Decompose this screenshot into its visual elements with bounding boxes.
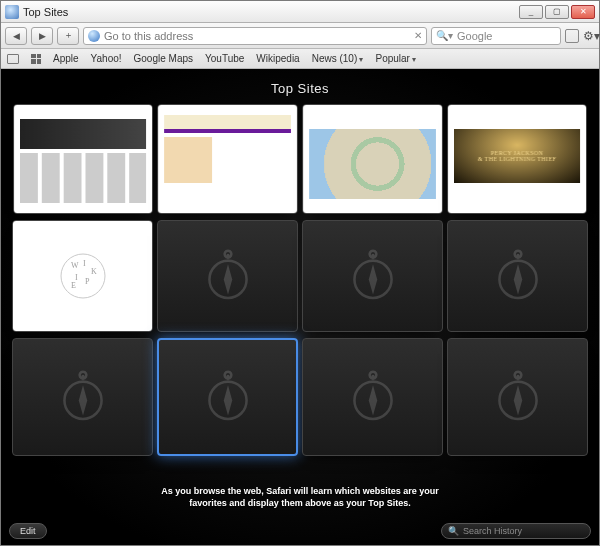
svg-text:P: P bbox=[85, 277, 90, 286]
maximize-button[interactable]: ▢ bbox=[545, 5, 569, 19]
page-title: Top Sites bbox=[1, 69, 599, 104]
bookmark-news[interactable]: News (10) bbox=[312, 53, 364, 64]
topsites-footer: Edit 🔍 Search History bbox=[1, 523, 599, 539]
book-icon bbox=[7, 54, 19, 64]
stop-reload-button[interactable]: ✕ bbox=[414, 30, 422, 41]
tile-apple[interactable] bbox=[13, 104, 153, 214]
tile-empty-3[interactable] bbox=[447, 220, 588, 332]
close-button[interactable]: ✕ bbox=[571, 5, 595, 19]
compass-icon bbox=[201, 249, 255, 303]
tile-empty-7[interactable] bbox=[447, 338, 588, 456]
tile-empty-5-selected[interactable] bbox=[157, 338, 298, 456]
history-search-field[interactable]: 🔍 Search History bbox=[441, 523, 591, 539]
compass-icon bbox=[56, 370, 110, 424]
compass-icon bbox=[491, 249, 545, 303]
thumb-yahoo bbox=[158, 105, 297, 213]
compass-icon bbox=[346, 370, 400, 424]
window-title: Top Sites bbox=[23, 6, 68, 18]
bookmark-google-maps[interactable]: Google Maps bbox=[134, 53, 193, 64]
topsites-button[interactable] bbox=[31, 54, 41, 64]
edit-button[interactable]: Edit bbox=[9, 523, 47, 539]
thumb-youtube bbox=[448, 105, 586, 213]
grid-row-2: WI KI PE bbox=[7, 220, 593, 332]
bookmarks-bar: Apple Yahoo! Google Maps YouTube Wikiped… bbox=[1, 49, 599, 69]
svg-text:I: I bbox=[83, 259, 86, 268]
titlebar: Top Sites _ ▢ ✕ bbox=[1, 1, 599, 23]
compass-icon bbox=[491, 370, 545, 424]
tile-youtube[interactable] bbox=[447, 104, 587, 214]
bookmark-apple[interactable]: Apple bbox=[53, 53, 79, 64]
tile-empty-4[interactable] bbox=[12, 338, 153, 456]
tile-yahoo[interactable] bbox=[157, 104, 298, 214]
nav-toolbar: ◀ ▶ ＋ Go to this address ✕ 🔍▾ Google ⚙▾ bbox=[1, 23, 599, 49]
thumb-wikipedia: WI KI PE bbox=[13, 221, 152, 331]
grid-icon bbox=[31, 54, 41, 64]
tile-empty-2[interactable] bbox=[302, 220, 443, 332]
minimize-button[interactable]: _ bbox=[519, 5, 543, 19]
grid-row-3 bbox=[7, 338, 593, 456]
gear-icon[interactable]: ⚙▾ bbox=[583, 30, 595, 42]
browser-window: Top Sites _ ▢ ✕ ◀ ▶ ＋ Go to this address… bbox=[0, 0, 600, 546]
thumb-apple bbox=[14, 105, 152, 213]
safari-icon bbox=[5, 5, 19, 19]
show-bookmarks-button[interactable] bbox=[7, 54, 19, 64]
compass-icon bbox=[201, 370, 255, 424]
forward-button[interactable]: ▶ bbox=[31, 27, 53, 45]
search-field[interactable]: 🔍▾ Google bbox=[431, 27, 561, 45]
globe-icon bbox=[88, 30, 100, 42]
bookmark-popular[interactable]: Popular bbox=[375, 53, 416, 64]
search-engine-label: Google bbox=[457, 30, 492, 42]
tile-wikipedia[interactable]: WI KI PE bbox=[12, 220, 153, 332]
wikipedia-globe-icon: WI KI PE bbox=[53, 246, 113, 306]
search-icon: 🔍 bbox=[448, 526, 459, 536]
hint-text: As you browse the web, Safari will learn… bbox=[1, 485, 599, 509]
bookmark-youtube[interactable]: YouTube bbox=[205, 53, 244, 64]
compass-icon bbox=[346, 249, 400, 303]
svg-text:E: E bbox=[71, 281, 76, 290]
history-search-placeholder: Search History bbox=[463, 526, 522, 536]
topsites-grid: WI KI PE bbox=[1, 104, 599, 456]
back-button[interactable]: ◀ bbox=[5, 27, 27, 45]
grid-row-1 bbox=[7, 104, 593, 214]
svg-text:K: K bbox=[91, 267, 97, 276]
svg-text:W: W bbox=[71, 261, 79, 270]
tile-empty-6[interactable] bbox=[302, 338, 443, 456]
bookmark-yahoo[interactable]: Yahoo! bbox=[91, 53, 122, 64]
tile-google-maps[interactable] bbox=[302, 104, 443, 214]
new-page-button[interactable] bbox=[565, 29, 579, 43]
address-bar[interactable]: Go to this address ✕ bbox=[83, 27, 427, 45]
bookmark-wikipedia[interactable]: Wikipedia bbox=[256, 53, 299, 64]
topsites-view: Top Sites WI KI PE bbox=[1, 69, 599, 545]
add-bookmark-button[interactable]: ＋ bbox=[57, 27, 79, 45]
thumb-google-maps bbox=[303, 105, 442, 213]
address-placeholder: Go to this address bbox=[104, 30, 193, 42]
tile-empty-1[interactable] bbox=[157, 220, 298, 332]
search-icon: 🔍▾ bbox=[436, 30, 453, 41]
